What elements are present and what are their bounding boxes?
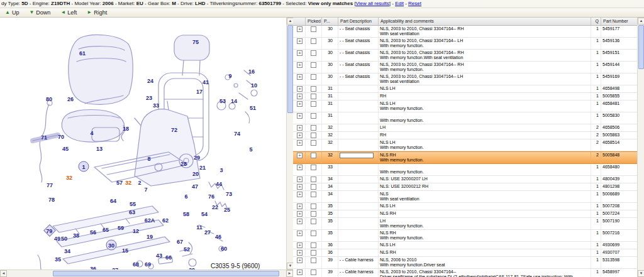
callout-76[interactable]: 76 bbox=[208, 193, 214, 200]
callout-13[interactable]: 13 bbox=[96, 146, 103, 152]
callout-67[interactable]: 67 bbox=[177, 239, 183, 245]
callout-64[interactable]: 64 bbox=[110, 198, 116, 204]
picked-checkbox[interactable] bbox=[311, 153, 316, 158]
right-button[interactable]: ►Right bbox=[87, 9, 107, 16]
table-row[interactable]: +30- - Seat chassisNLS, 2003 to 2010, Ch… bbox=[293, 50, 637, 62]
expand-row-button[interactable]: + bbox=[297, 94, 303, 99]
picked-checkbox[interactable] bbox=[311, 165, 316, 170]
callout-78[interactable]: 78 bbox=[48, 197, 55, 203]
table-row[interactable]: +36NLS RH14930707 bbox=[293, 249, 637, 257]
table-row[interactable]: +30- - Seat chassisNLS, 2003 to 2010, Ch… bbox=[293, 38, 637, 50]
callout-58[interactable]: 58 bbox=[183, 211, 189, 217]
callout-54[interactable]: 54 bbox=[201, 211, 208, 217]
expand-row-button[interactable]: + bbox=[297, 133, 303, 138]
callout-22[interactable]: 22 bbox=[212, 204, 218, 210]
part-description-edit-input[interactable] bbox=[340, 153, 374, 158]
picked-checkbox[interactable] bbox=[311, 140, 316, 146]
callout-50[interactable]: 50 bbox=[61, 236, 67, 242]
callout-65[interactable]: 65 bbox=[103, 227, 109, 233]
picked-column-header[interactable]: Picked bbox=[306, 18, 322, 25]
callout-57[interactable]: 57 bbox=[116, 180, 123, 186]
callout-23[interactable]: 23 bbox=[146, 95, 152, 101]
callout-74[interactable]: 74 bbox=[234, 131, 240, 137]
callout-27[interactable]: 27 bbox=[204, 229, 211, 236]
callout-53[interactable]: 53 bbox=[219, 98, 226, 104]
expand-row-button[interactable]: + bbox=[297, 204, 303, 209]
callout-26[interactable]: 26 bbox=[67, 96, 74, 102]
picked-checkbox[interactable] bbox=[311, 26, 316, 32]
callout-21[interactable]: 21 bbox=[199, 165, 206, 171]
callout-73[interactable]: 73 bbox=[226, 191, 232, 197]
part-number-column-header[interactable]: Part Number bbox=[601, 18, 637, 25]
callout-32[interactable]: 32 bbox=[125, 180, 131, 186]
callout-14[interactable]: 14 bbox=[231, 98, 237, 104]
picked-checkbox[interactable] bbox=[311, 231, 316, 236]
expand-row-button[interactable]: + bbox=[297, 219, 303, 224]
table-row[interactable]: +33 With memory function.14658480 bbox=[293, 164, 637, 176]
table-row[interactable]: +39- - Cable harnessNLS, 2006 to 2010Wit… bbox=[293, 257, 637, 269]
callout-6[interactable]: 6 bbox=[184, 193, 187, 200]
callout-51[interactable]: 51 bbox=[250, 105, 256, 111]
part-description-column-header[interactable]: Part Description bbox=[338, 18, 379, 25]
table-row[interactable]: +35LHWith memory function.15007190 bbox=[293, 218, 637, 230]
expand-row-button[interactable]: + bbox=[297, 125, 303, 131]
callout-16[interactable]: 16 bbox=[248, 68, 255, 75]
callout-62[interactable]: 62 bbox=[162, 217, 169, 224]
picked-checkbox[interactable] bbox=[311, 219, 316, 224]
expand-row-button[interactable]: + bbox=[297, 86, 303, 92]
callout-34[interactable]: 34 bbox=[64, 248, 70, 254]
diagram-vertical-scrollbar[interactable]: ▲ ▼ bbox=[286, 18, 293, 269]
table-row[interactable]: +31NLS LH14658498 bbox=[293, 85, 637, 93]
expand-row-button[interactable]: + bbox=[297, 177, 303, 182]
table-row[interactable]: +31 With memory function.15005830 bbox=[293, 112, 637, 124]
callout-47[interactable]: 47 bbox=[192, 183, 198, 190]
picked-checkbox[interactable] bbox=[311, 269, 316, 275]
callout-45[interactable]: 45 bbox=[62, 146, 69, 152]
down-button[interactable]: ▼Down bbox=[29, 9, 50, 16]
diagram-horizontal-scrollbar[interactable]: ◄ ► bbox=[0, 269, 293, 277]
callout-75[interactable]: 75 bbox=[192, 39, 199, 45]
callout-1[interactable]: 1 bbox=[79, 161, 89, 172]
callout-12[interactable]: 12 bbox=[133, 228, 139, 234]
reset-link[interactable]: Reset bbox=[408, 1, 421, 6]
table-row[interactable]: +31RH15005855 bbox=[293, 93, 637, 100]
table-row[interactable]: +32NLS RHWith memory function.25005848 bbox=[293, 151, 637, 164]
callout-8[interactable]: 8 bbox=[147, 156, 150, 162]
up-button[interactable]: ▲Up bbox=[5, 9, 19, 16]
callout-59[interactable]: 59 bbox=[118, 225, 124, 231]
scrollbar-thumb[interactable] bbox=[638, 25, 644, 69]
picked-checkbox[interactable] bbox=[311, 184, 316, 190]
picked-checkbox[interactable] bbox=[311, 38, 316, 44]
callout-32[interactable]: 32 bbox=[66, 175, 72, 181]
edit-link[interactable]: Edit bbox=[395, 1, 404, 6]
picked-checkbox[interactable] bbox=[311, 242, 316, 248]
picked-checkbox[interactable] bbox=[311, 50, 316, 56]
callout-71[interactable]: 71 bbox=[41, 134, 47, 141]
expand-row-button[interactable]: + bbox=[297, 74, 303, 80]
expand-row-button[interactable]: + bbox=[297, 140, 303, 146]
scrollbar-thumb[interactable] bbox=[53, 271, 279, 276]
view-all-results-link[interactable]: View all results bbox=[356, 1, 389, 6]
picked-checkbox[interactable] bbox=[311, 94, 316, 99]
picked-checkbox[interactable] bbox=[311, 86, 316, 92]
table-row[interactable]: +31NLS LHWith memory function.14658481 bbox=[293, 100, 637, 112]
expand-row-button[interactable]: + bbox=[297, 62, 303, 68]
picked-checkbox[interactable] bbox=[311, 250, 316, 256]
callout-52[interactable]: 52 bbox=[184, 246, 190, 253]
callout-37[interactable]: 37 bbox=[112, 267, 118, 269]
callout-55[interactable]: 55 bbox=[130, 201, 136, 207]
scroll-right-icon[interactable]: ► bbox=[286, 270, 293, 277]
callout-28[interactable]: 28 bbox=[180, 161, 187, 167]
picked-checkbox[interactable] bbox=[311, 192, 316, 197]
callout-7[interactable]: 7 bbox=[144, 187, 147, 193]
callout-62A[interactable]: 62A bbox=[145, 217, 155, 224]
callout-4[interactable]: 4 bbox=[90, 130, 93, 136]
expand-row-button[interactable]: + bbox=[297, 258, 303, 263]
callout-18[interactable]: 18 bbox=[123, 126, 129, 132]
callout-20[interactable]: 20 bbox=[192, 171, 199, 177]
callout-10[interactable]: 10 bbox=[251, 82, 257, 89]
picked-checkbox[interactable] bbox=[311, 125, 316, 131]
callout-19[interactable]: 19 bbox=[147, 234, 153, 240]
expand-row-button[interactable]: + bbox=[297, 26, 303, 32]
picked-checkbox[interactable] bbox=[311, 74, 316, 80]
